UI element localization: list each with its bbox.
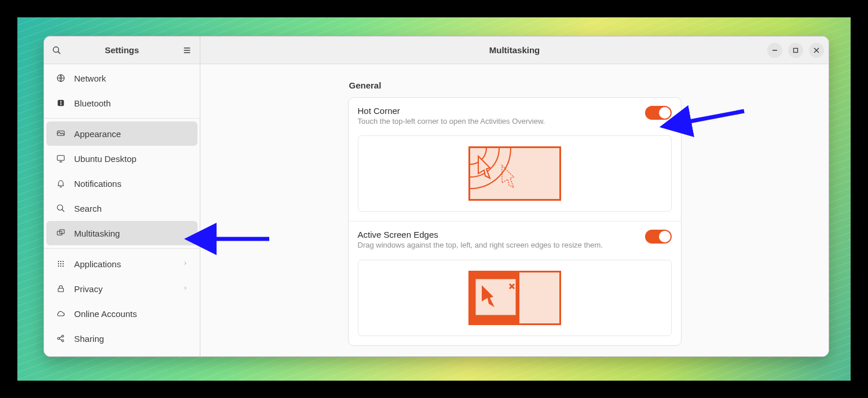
sidebar-item-label: Applications (74, 259, 174, 269)
sidebar-item-appearance[interactable]: Appearance (46, 121, 197, 146)
svg-line-29 (59, 339, 62, 341)
maximize-icon (793, 47, 799, 53)
svg-point-17 (63, 261, 64, 262)
desktop-wallpaper: Settings Network (17, 17, 851, 381)
hamburger-icon (182, 46, 192, 55)
sidebar-item-network[interactable]: Network (46, 66, 197, 90)
main-area: Multitasking General (200, 36, 829, 356)
desktop-icon (56, 153, 66, 164)
svg-point-18 (58, 263, 59, 264)
content[interactable]: General Hot Corner Touch the top-left co… (200, 64, 829, 356)
svg-rect-8 (57, 156, 64, 161)
sidebar-item-applications[interactable]: Applications (46, 252, 197, 276)
svg-point-22 (60, 266, 61, 267)
sidebar-item-label: Network (74, 73, 188, 83)
svg-point-21 (58, 266, 59, 267)
appearance-icon (56, 128, 66, 139)
svg-point-23 (63, 266, 64, 267)
menu-button[interactable] (179, 42, 195, 58)
sidebar-item-privacy[interactable]: Privacy (46, 277, 197, 301)
switch-knob (659, 107, 671, 119)
sidebar-item-search[interactable]: Search (46, 196, 197, 220)
chevron-right-icon (182, 284, 188, 294)
settings-window: Settings Network (43, 36, 829, 357)
divider (44, 248, 200, 249)
sidebar-item-multitasking[interactable]: Multitasking (46, 221, 197, 245)
svg-rect-31 (794, 48, 798, 52)
sidebar-item-ubuntu-desktop[interactable]: Ubuntu Desktop (46, 146, 197, 171)
chevron-right-icon (182, 259, 188, 269)
svg-rect-24 (58, 288, 63, 292)
minimize-button[interactable] (767, 43, 782, 58)
sidebar-item-label: Bluetooth (74, 98, 188, 108)
sidebar-item-label: Appearance (74, 129, 188, 139)
bluetooth-icon (56, 98, 66, 108)
page-title: Multitasking (489, 45, 540, 55)
svg-rect-6 (58, 100, 64, 106)
sidebar-item-online-accounts[interactable]: Online Accounts (46, 301, 197, 326)
sidebar: Settings Network (44, 36, 200, 356)
row-desc: Drag windows against the top, left, and … (358, 241, 636, 250)
search-button[interactable] (49, 42, 65, 58)
svg-point-19 (60, 263, 61, 264)
search-icon (52, 46, 61, 55)
section-title-general: General (349, 80, 682, 90)
row-title: Hot Corner (358, 106, 636, 116)
main-header: Multitasking (200, 36, 829, 64)
row-title: Active Screen Edges (358, 230, 636, 239)
svg-point-11 (57, 205, 63, 210)
row-hot-corner: Hot Corner Touch the top-left corner to … (349, 98, 681, 222)
svg-line-28 (59, 337, 62, 338)
sidebar-item-label: Sharing (74, 334, 188, 344)
sidebar-title: Settings (105, 45, 139, 55)
switch-knob (659, 231, 671, 242)
hot-corner-illustration (358, 135, 672, 212)
sidebar-item-label: Search (74, 204, 188, 213)
search-icon (56, 203, 66, 213)
share-icon (56, 333, 66, 344)
close-icon (814, 47, 819, 53)
svg-point-20 (63, 263, 64, 264)
lock-icon (56, 283, 66, 294)
svg-point-16 (60, 261, 61, 262)
sidebar-item-label: Ubuntu Desktop (74, 154, 188, 164)
sidebar-item-label: Online Accounts (74, 309, 188, 319)
sidebar-item-notifications[interactable]: Notifications (46, 171, 197, 196)
apps-icon (56, 259, 66, 269)
active-edges-switch[interactable] (645, 230, 672, 244)
svg-line-12 (62, 209, 64, 212)
network-icon (56, 73, 66, 83)
sidebar-item-sharing[interactable]: Sharing (46, 326, 197, 351)
sidebar-item-label: Privacy (74, 284, 174, 294)
sidebar-item-label: Multitasking (74, 229, 188, 238)
sidebar-item-bluetooth[interactable]: Bluetooth (46, 91, 197, 115)
hot-corner-switch[interactable] (645, 106, 672, 120)
row-desc: Touch the top-left corner to open the Ac… (358, 117, 636, 126)
svg-point-0 (53, 47, 58, 52)
cloud-icon (56, 308, 66, 319)
multitasking-icon (56, 228, 66, 238)
svg-line-1 (58, 51, 60, 54)
maximize-button[interactable] (788, 43, 803, 58)
row-active-screen-edges: Active Screen Edges Drag windows against… (349, 222, 681, 345)
sidebar-item-label: Notifications (74, 179, 188, 189)
sidebar-header: Settings (44, 36, 200, 64)
window-controls (767, 36, 824, 64)
general-card: Hot Corner Touch the top-left corner to … (348, 97, 682, 346)
divider (44, 118, 200, 119)
bell-icon (56, 178, 66, 189)
close-button[interactable] (809, 43, 824, 58)
minimize-icon (772, 47, 778, 53)
svg-point-15 (58, 261, 59, 262)
sidebar-list[interactable]: Network Bluetooth App (44, 64, 200, 356)
active-edges-illustration (358, 260, 672, 336)
